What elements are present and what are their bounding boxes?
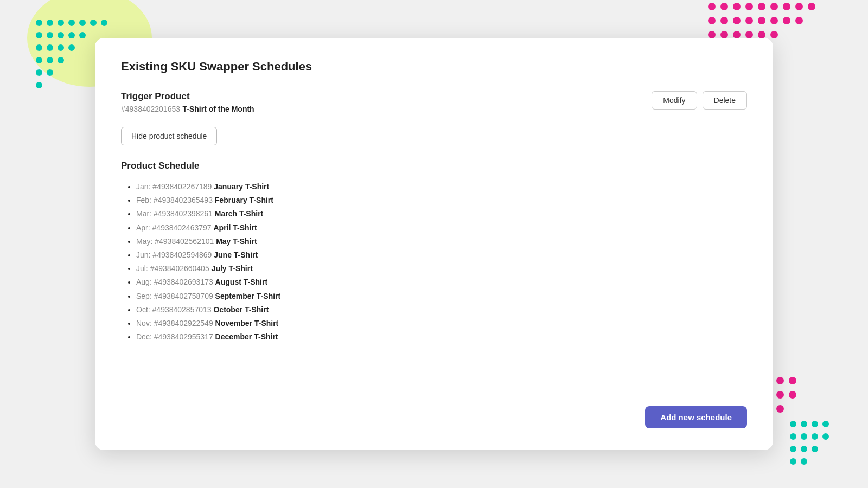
schedule-sku: #4938402857013 — [152, 305, 212, 314]
svg-point-71 — [790, 458, 796, 465]
svg-point-3 — [68, 20, 75, 26]
modify-button[interactable]: Modify — [652, 91, 697, 110]
section-header: Trigger Product #4938402201653 T-Shirt o… — [121, 91, 747, 114]
schedule-product-name: August T-Shirt — [215, 278, 267, 286]
schedule-list: Jan: #4938402267189 January T-ShirtFeb: … — [121, 180, 747, 344]
action-buttons: Modify Delete — [652, 91, 747, 110]
svg-point-10 — [68, 32, 75, 38]
svg-point-23 — [720, 3, 728, 10]
svg-point-0 — [36, 20, 42, 26]
schedule-month: Jun: — [136, 251, 150, 259]
svg-point-51 — [789, 377, 796, 384]
svg-point-26 — [758, 3, 765, 10]
schedule-sku: #4938402955317 — [154, 332, 213, 341]
trigger-label: Trigger Product — [121, 91, 254, 102]
svg-point-69 — [801, 446, 807, 452]
list-item: Mar: #4938402398261 March T-Shirt — [136, 207, 747, 221]
svg-point-5 — [90, 20, 97, 26]
svg-point-63 — [822, 421, 829, 427]
svg-point-7 — [36, 32, 42, 38]
trigger-product-block: Trigger Product #4938402201653 T-Shirt o… — [121, 91, 254, 114]
svg-point-13 — [47, 44, 53, 51]
schedule-product-name: February T-Shirt — [215, 196, 273, 204]
schedule-month: Jan: — [136, 182, 150, 191]
schedule-sku: #4938402660405 — [150, 264, 209, 273]
svg-point-8 — [47, 32, 53, 38]
svg-point-27 — [770, 3, 778, 10]
svg-point-33 — [733, 17, 741, 24]
schedule-product-name: November T-Shirt — [215, 319, 279, 328]
svg-point-28 — [783, 3, 790, 10]
svg-point-55 — [789, 391, 796, 399]
svg-point-30 — [808, 3, 815, 10]
schedule-month: May: — [136, 237, 152, 246]
add-new-schedule-button[interactable]: Add new schedule — [645, 406, 747, 428]
svg-point-70 — [812, 446, 818, 452]
svg-point-41 — [733, 31, 741, 38]
svg-point-17 — [47, 57, 53, 63]
schedule-month: Nov: — [136, 319, 152, 328]
schedule-month: Aug: — [136, 278, 152, 286]
list-item: Dec: #4938402955317 December T-Shirt — [136, 330, 747, 344]
list-item: Jun: #4938402594869 June T-Shirt — [136, 248, 747, 262]
list-item: Sep: #4938402758709 September T-Shirt — [136, 290, 747, 303]
svg-point-15 — [68, 44, 75, 51]
teal-dots-bottomright — [787, 418, 841, 472]
list-item: Feb: #4938402365493 February T-Shirt — [136, 194, 747, 207]
svg-point-34 — [745, 17, 753, 24]
svg-point-36 — [770, 17, 778, 24]
svg-point-6 — [101, 20, 107, 26]
svg-point-21 — [36, 82, 42, 88]
svg-point-60 — [790, 421, 796, 427]
svg-point-19 — [36, 69, 42, 76]
svg-point-25 — [745, 3, 753, 10]
schedule-sku: #4938402562101 — [155, 237, 214, 246]
svg-point-62 — [812, 421, 818, 427]
trigger-name: T-Shirt of the Month — [182, 105, 254, 113]
svg-point-32 — [720, 17, 728, 24]
schedule-sku: #4938402398261 — [154, 209, 213, 218]
svg-point-35 — [758, 17, 765, 24]
schedule-sku: #4938402594869 — [152, 251, 212, 259]
svg-point-43 — [758, 31, 765, 38]
list-item: Apr: #4938402463797 April T-Shirt — [136, 221, 747, 235]
svg-point-66 — [812, 433, 818, 440]
list-item: Jan: #4938402267189 January T-Shirt — [136, 180, 747, 194]
schedule-product-name: June T-Shirt — [214, 251, 258, 259]
schedule-month: Dec: — [136, 332, 152, 341]
schedule-product-name: January T-Shirt — [214, 182, 269, 191]
schedule-product-name: December T-Shirt — [215, 332, 278, 341]
svg-point-16 — [36, 57, 42, 63]
schedule-product-name: April T-Shirt — [213, 223, 257, 232]
delete-button[interactable]: Delete — [703, 91, 747, 110]
svg-point-54 — [776, 391, 784, 399]
page-title: Existing SKU Swapper Schedules — [121, 60, 747, 74]
trigger-sku: #4938402201653 — [121, 105, 180, 113]
svg-point-42 — [745, 31, 753, 38]
svg-point-29 — [795, 3, 803, 10]
schedule-sku: #4938402365493 — [154, 196, 213, 204]
svg-point-18 — [58, 57, 64, 63]
svg-point-11 — [79, 32, 86, 38]
schedule-month: Feb: — [136, 196, 151, 204]
schedule-month: Sep: — [136, 292, 152, 300]
list-item: May: #4938402562101 May T-Shirt — [136, 235, 747, 248]
list-item: Oct: #4938402857013 October T-Shirt — [136, 303, 747, 317]
svg-point-58 — [776, 405, 784, 413]
schedule-sku: #4938402693173 — [154, 278, 213, 286]
schedule-month: Oct: — [136, 305, 150, 314]
list-item: Aug: #4938402693173 August T-Shirt — [136, 275, 747, 289]
svg-point-50 — [776, 377, 784, 384]
hide-product-schedule-button[interactable]: Hide product schedule — [121, 127, 217, 145]
svg-point-22 — [708, 3, 716, 10]
svg-point-4 — [79, 20, 86, 26]
schedule-month: Apr: — [136, 223, 150, 232]
svg-point-2 — [58, 20, 64, 26]
product-schedule-title: Product Schedule — [121, 160, 747, 171]
modal-card: Existing SKU Swapper Schedules Trigger P… — [95, 38, 773, 450]
svg-point-67 — [822, 433, 829, 440]
schedule-product-name: March T-Shirt — [215, 209, 263, 218]
svg-point-64 — [790, 433, 796, 440]
schedule-sku: #4938402463797 — [152, 223, 212, 232]
svg-point-65 — [801, 433, 807, 440]
